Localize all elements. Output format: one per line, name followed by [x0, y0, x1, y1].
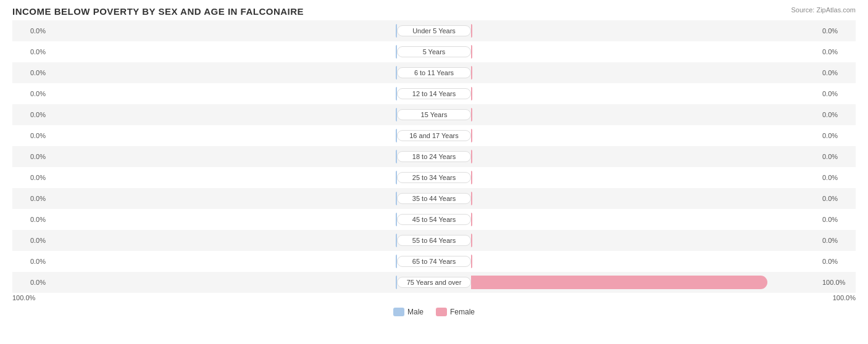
center-label: 18 to 24 Years — [397, 151, 471, 162]
male-value: 0.0% — [12, 27, 49, 35]
center-section: 18 to 24 Years — [49, 146, 819, 167]
male-value: 0.0% — [12, 279, 49, 286]
center-section: 35 to 44 Years — [49, 188, 819, 209]
female-bar-wrapper — [471, 171, 819, 184]
bar-area: 25 to 34 Years — [49, 167, 819, 188]
male-value: 0.0% — [12, 174, 49, 181]
male-value: 0.0% — [12, 195, 49, 202]
bar-row: 0.0% 16 and 17 Years 0.0% — [12, 125, 856, 146]
female-bar-wrapper — [471, 150, 819, 163]
male-bar-wrapper — [49, 87, 397, 100]
male-bar-wrapper — [49, 192, 397, 205]
female-value: 0.0% — [819, 258, 856, 265]
male-bar-wrapper — [49, 66, 397, 80]
male-value: 0.0% — [12, 69, 49, 76]
center-section: 16 and 17 Years — [49, 125, 819, 146]
female-bar-wrapper — [471, 45, 819, 59]
female-value: 0.0% — [819, 174, 856, 181]
bar-row: 0.0% 35 to 44 Years 0.0% — [12, 188, 856, 209]
female-legend-color — [436, 308, 447, 316]
center-label: 6 to 11 Years — [397, 67, 471, 78]
bottom-left-label: 100.0% — [12, 294, 35, 301]
male-value: 0.0% — [12, 90, 49, 97]
female-legend-item: Female — [436, 308, 475, 316]
female-bar-wrapper — [471, 24, 819, 38]
center-section: 12 to 14 Years — [49, 83, 819, 104]
bar-row: 0.0% 12 to 14 Years 0.0% — [12, 83, 856, 104]
center-label: 55 to 64 Years — [397, 235, 471, 246]
female-bar — [471, 87, 472, 100]
male-bar-wrapper — [49, 108, 397, 121]
male-legend-label: Male — [407, 308, 424, 316]
female-value: 0.0% — [819, 216, 856, 223]
male-legend-color — [393, 308, 404, 316]
legend: Male Female — [12, 308, 856, 316]
bottom-right-label: 100.0% — [833, 294, 856, 301]
center-label: 5 Years — [397, 46, 471, 57]
bar-area: 5 Years — [49, 41, 819, 62]
male-bar-wrapper — [49, 255, 397, 268]
female-bar-wrapper — [471, 213, 819, 226]
center-label: 16 and 17 Years — [397, 130, 471, 141]
male-bar-wrapper — [49, 150, 397, 163]
bar-area: 75 Years and over — [49, 272, 819, 293]
male-bar-wrapper — [49, 45, 397, 59]
female-bar — [471, 150, 472, 163]
female-bar — [471, 129, 472, 142]
center-label: 25 to 34 Years — [397, 172, 471, 183]
female-value: 100.0% — [819, 279, 856, 286]
female-bar-wrapper — [471, 192, 819, 205]
bar-row: 0.0% 18 to 24 Years 0.0% — [12, 146, 856, 167]
female-bar-wrapper — [471, 66, 819, 80]
female-bar — [471, 192, 472, 205]
bar-area: 15 Years — [49, 104, 819, 125]
bar-area: 6 to 11 Years — [49, 62, 819, 83]
center-label: Under 5 Years — [397, 25, 471, 36]
center-section: 25 to 34 Years — [49, 167, 819, 188]
rows-area: 0.0% Under 5 Years 0.0% 0.0% 5 Years — [12, 20, 856, 293]
center-label: 65 to 74 Years — [397, 256, 471, 267]
male-bar-wrapper — [49, 129, 397, 142]
female-bar — [471, 213, 472, 226]
female-value: 0.0% — [819, 90, 856, 97]
female-bar — [471, 276, 767, 289]
male-value: 0.0% — [12, 153, 49, 160]
bar-area: 18 to 24 Years — [49, 146, 819, 167]
center-label: 12 to 14 Years — [397, 88, 471, 99]
male-value: 0.0% — [12, 237, 49, 244]
bar-row: 0.0% 45 to 54 Years 0.0% — [12, 209, 856, 230]
female-value: 0.0% — [819, 132, 856, 139]
male-bar-wrapper — [49, 171, 397, 184]
center-section: 15 Years — [49, 104, 819, 125]
male-legend-item: Male — [393, 308, 424, 316]
female-value: 0.0% — [819, 195, 856, 202]
female-value: 0.0% — [819, 237, 856, 244]
female-value: 0.0% — [819, 69, 856, 76]
bar-row: 0.0% 15 Years 0.0% — [12, 104, 856, 125]
bar-row: 0.0% 5 Years 0.0% — [12, 41, 856, 62]
female-bar-wrapper — [471, 234, 819, 247]
male-value: 0.0% — [12, 111, 49, 118]
female-value: 0.0% — [819, 153, 856, 160]
female-bar — [471, 171, 472, 184]
male-value: 0.0% — [12, 48, 49, 55]
female-bar — [471, 24, 472, 38]
male-value: 0.0% — [12, 258, 49, 265]
male-bar-wrapper — [49, 24, 397, 38]
female-value: 0.0% — [819, 111, 856, 118]
female-bar — [471, 234, 472, 247]
bar-area: Under 5 Years — [49, 20, 819, 41]
center-label: 35 to 44 Years — [397, 193, 471, 204]
center-label: 45 to 54 Years — [397, 214, 471, 225]
chart-title: INCOME BELOW POVERTY BY SEX AND AGE IN F… — [12, 6, 856, 17]
female-bar-wrapper — [471, 108, 819, 121]
source-label: Source: ZipAtlas.com — [791, 6, 856, 14]
bar-area: 45 to 54 Years — [49, 209, 819, 230]
bar-row: 0.0% 25 to 34 Years 0.0% — [12, 167, 856, 188]
center-section: 55 to 64 Years — [49, 230, 819, 251]
bar-area: 12 to 14 Years — [49, 83, 819, 104]
male-value: 0.0% — [12, 132, 49, 139]
female-bar-wrapper — [471, 255, 819, 268]
male-bar-wrapper — [49, 234, 397, 247]
center-section: 65 to 74 Years — [49, 251, 819, 272]
